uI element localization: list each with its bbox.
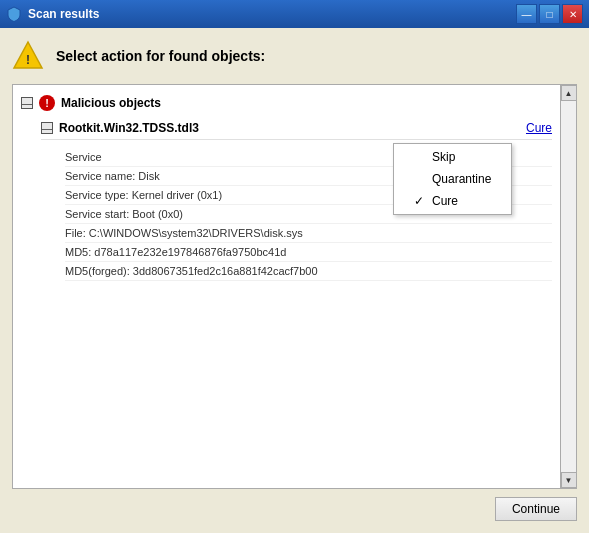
close-button[interactable]: ✕ <box>562 4 583 24</box>
cure-checkmark: ✓ <box>414 194 426 208</box>
scan-results-container: — ! Malicious objects — Rootkit.Win32.TD… <box>12 84 577 489</box>
continue-button[interactable]: Continue <box>495 497 577 521</box>
menu-item-cure[interactable]: ✓ Cure <box>394 190 511 212</box>
title-bar: Scan results — □ ✕ <box>0 0 589 28</box>
detail-file: File: C:\WINDOWS\system32\DRIVERS\disk.s… <box>65 224 552 243</box>
dialog-content: ! Select action for found objects: — ! M… <box>0 28 589 533</box>
malicious-section-header: — ! Malicious objects <box>21 93 552 113</box>
menu-item-quarantine-label: Quarantine <box>432 172 491 186</box>
title-bar-buttons: — □ ✕ <box>516 4 583 24</box>
menu-item-skip-label: Skip <box>432 150 455 164</box>
maximize-button[interactable]: □ <box>539 4 560 24</box>
menu-item-skip[interactable]: Skip <box>394 146 511 168</box>
scroll-track[interactable] <box>561 101 576 472</box>
title-bar-title: Scan results <box>28 7 516 21</box>
scroll-down-arrow[interactable]: ▼ <box>561 472 577 488</box>
title-bar-icon <box>6 6 22 22</box>
scrollbar: ▲ ▼ <box>560 85 576 488</box>
malicious-collapse-icon[interactable]: — <box>21 97 33 109</box>
menu-item-quarantine[interactable]: Quarantine <box>394 168 511 190</box>
scroll-up-arrow[interactable]: ▲ <box>561 85 577 101</box>
minimize-button[interactable]: — <box>516 4 537 24</box>
cure-link[interactable]: Cure <box>526 121 552 135</box>
detail-md5-forged: MD5(forged): 3dd8067351fed2c16a881f42cac… <box>65 262 552 281</box>
svg-text:!: ! <box>26 53 30 67</box>
detail-md5: MD5: d78a117e232e197846876fa9750bc41d <box>65 243 552 262</box>
item-collapse-icon[interactable]: — <box>41 122 53 134</box>
menu-item-cure-label: Cure <box>432 194 458 208</box>
header-text: Select action for found objects: <box>56 48 265 64</box>
rootkit-item-name: Rootkit.Win32.TDSS.tdl3 <box>59 121 520 135</box>
header-section: ! Select action for found objects: <box>12 40 577 72</box>
warning-icon: ! <box>12 40 44 72</box>
malicious-section-title: Malicious objects <box>61 96 161 110</box>
malicious-error-icon: ! <box>39 95 55 111</box>
context-menu: Skip Quarantine ✓ Cure <box>393 143 512 215</box>
rootkit-item-row: — Rootkit.Win32.TDSS.tdl3 Cure <box>41 121 552 140</box>
footer: Continue <box>12 497 577 521</box>
